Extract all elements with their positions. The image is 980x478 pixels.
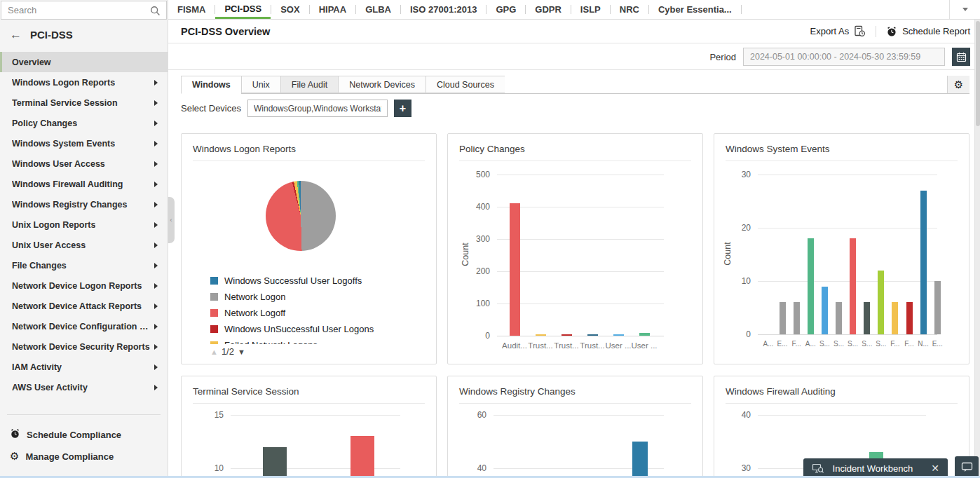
bar[interactable] — [780, 302, 786, 334]
bar[interactable] — [562, 334, 572, 336]
x-tick-label: Trust... — [580, 341, 604, 350]
pie-chart[interactable] — [266, 181, 336, 251]
bar[interactable] — [536, 334, 546, 336]
bar[interactable] — [351, 436, 374, 478]
y-tick-label: 0 — [462, 331, 490, 341]
sidebar-item-file-changes[interactable]: File Changes — [0, 255, 168, 275]
sidebar-item-network-device-configuration-rep[interactable]: Network Device Configuration Rep... — [0, 316, 168, 336]
export-as-button[interactable]: Export As — [810, 25, 866, 37]
bar[interactable] — [850, 238, 856, 334]
chat-button[interactable] — [955, 456, 979, 478]
calendar-button[interactable] — [952, 48, 970, 66]
sidebar-item-aws-user-activity[interactable]: AWS User Activity — [0, 377, 168, 397]
add-device-button[interactable]: + — [394, 100, 411, 117]
device-input[interactable] — [247, 100, 388, 117]
sidebar-item-policy-changes[interactable]: Policy Changes — [0, 113, 168, 133]
bar[interactable] — [263, 447, 287, 478]
tab-gdpr[interactable]: GDPR — [526, 0, 571, 19]
bar[interactable] — [632, 442, 648, 478]
back-arrow-icon[interactable]: ← — [10, 29, 22, 41]
legend-page-up-icon[interactable]: ▲ — [210, 348, 218, 356]
sidebar-item-manage-compliance[interactable]: ⚙Manage Compliance — [0, 446, 168, 467]
widget-settings-button[interactable]: ⚙ — [947, 76, 969, 93]
alarm-clock-icon — [886, 26, 897, 37]
schedule-report-button[interactable]: Schedule Report — [886, 26, 970, 37]
close-icon[interactable]: ✕ — [931, 463, 939, 474]
workbench-icon — [812, 463, 824, 474]
sidebar-item-network-device-security-reports[interactable]: Network Device Security Reports — [0, 336, 168, 357]
bar[interactable] — [613, 334, 624, 336]
incident-workbench-toast[interactable]: Incident Workbench ✕ — [803, 458, 948, 478]
search-input[interactable] — [1, 1, 166, 19]
sidebar-item-windows-firewall-auditing[interactable]: Windows Firewall Auditing — [0, 174, 168, 194]
tab-sox[interactable]: SOX — [271, 0, 308, 19]
chart-plot: Count0102030A...E...F...A...S...S...S...… — [714, 134, 969, 364]
sidebar-item-unix-user-access[interactable]: Unix User Access — [0, 235, 168, 255]
sidebar-item-windows-system-events[interactable]: Windows System Events — [0, 133, 168, 153]
bar[interactable] — [906, 302, 913, 334]
bar[interactable] — [892, 302, 898, 334]
more-tabs-button[interactable] — [949, 0, 980, 19]
legend-item[interactable]: Windows Successful User Logoffs — [210, 273, 429, 289]
sidebar-item-windows-user-access[interactable]: Windows User Access — [0, 153, 168, 174]
tab-pci-dss[interactable]: PCI-DSS — [215, 0, 271, 19]
bar[interactable] — [808, 238, 814, 334]
sidebar-item-network-device-logon-reports[interactable]: Network Device Logon Reports — [0, 275, 168, 296]
legend-label: Windows UnSuccessful User Logons — [224, 324, 374, 334]
tab-islp[interactable]: ISLP — [571, 0, 610, 19]
sidebar-item-windows-registry-changes[interactable]: Windows Registry Changes — [0, 194, 168, 214]
source-tab-unix[interactable]: Unix — [241, 76, 280, 93]
sidebar-item-overview[interactable]: Overview — [0, 52, 168, 72]
source-tab-file-audit[interactable]: File Audit — [280, 76, 338, 93]
tab-glba[interactable]: GLBA — [356, 0, 400, 19]
bar[interactable] — [934, 281, 941, 334]
source-tab-windows[interactable]: Windows — [181, 76, 241, 94]
legend-item[interactable]: Network Logon — [210, 289, 429, 305]
bar[interactable] — [587, 334, 598, 336]
scrollbar-thumb[interactable] — [976, 21, 980, 126]
chevron-right-icon — [154, 364, 158, 370]
tab-cyber-essentia[interactable]: Cyber Essentia... — [649, 0, 741, 19]
y-tick-label: 300 — [462, 234, 490, 244]
bar[interactable] — [639, 333, 650, 336]
dropdown-caret-icon — [962, 8, 968, 11]
tab-iso-27001-2013[interactable]: ISO 27001:2013 — [401, 0, 486, 19]
bar[interactable] — [836, 302, 842, 334]
sidebar-title: PCI-DSS — [30, 29, 73, 41]
sidebar-item-terminal-service-session[interactable]: Terminal Service Session — [0, 93, 168, 113]
chart-card-windows-logon-reports: Windows Logon ReportsWindows Successful … — [181, 133, 437, 364]
sidebar-collapse-handle[interactable]: ‹ — [168, 197, 175, 243]
bar[interactable] — [794, 302, 800, 334]
legend-page-indicator: 1/2 — [222, 346, 234, 357]
source-tab-cloud-sources[interactable]: Cloud Sources — [426, 76, 505, 93]
sidebar-item-unix-logon-reports[interactable]: Unix Logon Reports — [0, 214, 168, 235]
sidebar-item-iam-activity[interactable]: IAM Activity — [0, 357, 168, 377]
tab-hipaa[interactable]: HIPAA — [310, 0, 355, 19]
legend-item[interactable]: Failed Network Logons — [210, 337, 429, 344]
period-input[interactable] — [743, 48, 945, 66]
tab-fisma[interactable]: FISMA — [168, 0, 215, 19]
bar[interactable] — [822, 287, 828, 334]
legend-page-down-icon[interactable]: ▼ — [238, 348, 245, 356]
tab-gpg[interactable]: GPG — [486, 0, 525, 19]
tab-nrc[interactable]: NRC — [611, 0, 648, 19]
x-tick-label: User ... — [631, 341, 657, 350]
bar[interactable] — [920, 191, 927, 334]
bar[interactable] — [878, 271, 884, 334]
y-tick-label: 30 — [723, 463, 751, 473]
bar[interactable] — [510, 203, 520, 336]
sidebar-footer-label: Manage Compliance — [25, 451, 114, 462]
legend-item[interactable]: Windows UnSuccessful User Logons — [210, 321, 429, 337]
source-tab-network-devices[interactable]: Network Devices — [338, 76, 426, 93]
sidebar-item-schedule-compliance[interactable]: Schedule Compliance — [0, 423, 168, 446]
legend-swatch — [210, 341, 218, 344]
sidebar-item-network-device-attack-reports[interactable]: Network Device Attack Reports — [0, 296, 168, 316]
tab-separator — [741, 5, 742, 14]
chevron-right-icon — [154, 385, 158, 390]
sidebar-item-windows-logon-reports[interactable]: Windows Logon Reports — [0, 72, 168, 93]
bar[interactable] — [864, 302, 870, 334]
x-tick-label: Trust... — [554, 341, 578, 350]
gridline — [231, 468, 400, 469]
vertical-scrollbar[interactable] — [974, 20, 980, 478]
legend-item[interactable]: Network Logoff — [210, 305, 429, 321]
